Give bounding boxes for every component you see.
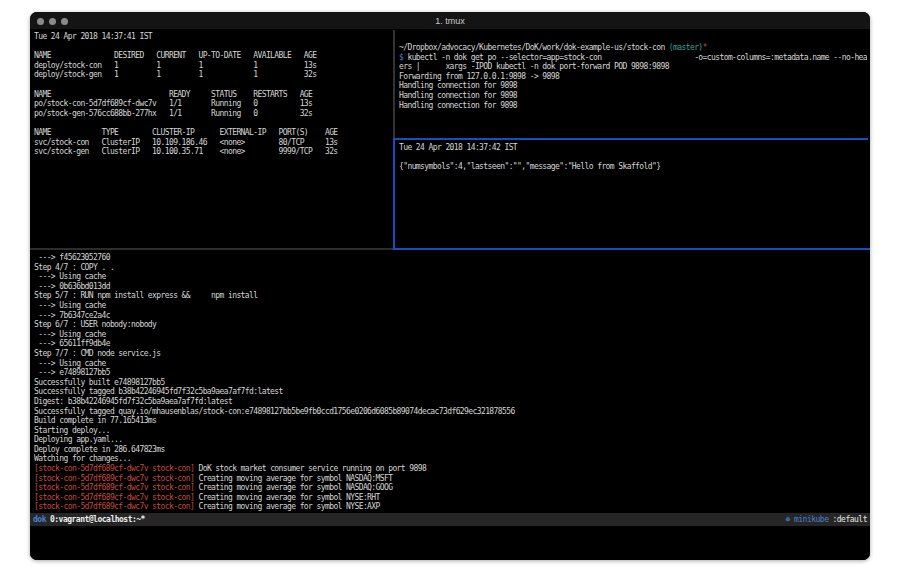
terminal-line: po/stock-gen-576cc688bb-277hx 1/1 Runnin… — [34, 109, 392, 119]
terminal-line: deploy/stock-con 1 1 1 1 13s — [34, 61, 392, 71]
terminal-line: ---> 65611ff9db4e — [34, 339, 866, 349]
pane-divider-right-horizontal[interactable] — [395, 138, 868, 140]
terminal-line: ---> 0b636bd013dd — [34, 282, 866, 292]
terminal-line: Tue 24 Apr 2018 14:37:42 IST — [399, 143, 867, 153]
terminal-line: Digest: b38b42246945fd7f32c5ba9aea7af7fd… — [34, 397, 866, 407]
terminal-line: ---> Using cache — [34, 301, 866, 311]
terminal-line: [stock-con-5d7df689cf-dwc7v stock-con] C… — [34, 474, 866, 484]
terminal-line: Successfully built e74898127bb5 — [34, 378, 866, 388]
terminal-line: Step 6/7 : USER nobody:nobody — [34, 320, 866, 330]
terminal-line: NAME READY STATUS RESTARTS AGE — [34, 90, 392, 100]
pane-divider-main-left[interactable] — [30, 248, 393, 250]
pane-divider-vertical-inactive[interactable] — [393, 30, 395, 138]
terminal-line: Forwarding from 127.0.0.1:9898 -> 9898 — [399, 72, 867, 82]
terminal-content: Tue 24 Apr 2018 14:37:41 IST NAME DESIRE… — [30, 30, 870, 560]
kube-namespace: :default — [832, 515, 867, 524]
terminal-line: NAME DESIRED CURRENT UP-TO-DATE AVAILABL… — [34, 51, 392, 61]
terminal-line: {"numsymbols":4,"lastseen":"","message":… — [399, 162, 867, 172]
pane-port-forward[interactable]: ~/Dropbox/advocacy/Kubernetes/DoK/work/d… — [399, 43, 867, 136]
terminal-line: ~/Dropbox/advocacy/Kubernetes/DoK/work/d… — [399, 43, 867, 53]
terminal-line: ers | xargs -IPOD kubectl -n dok port-fo… — [399, 62, 867, 72]
terminal-line: Successfully tagged quay.io/mhausenblas/… — [34, 407, 866, 417]
terminal-line: [stock-con-5d7df689cf-dwc7v stock-con] C… — [34, 502, 866, 511]
terminal-line: Successfully tagged b38b42246945fd7f32c5… — [34, 387, 866, 397]
pane-skaffold-response[interactable]: Tue 24 Apr 2018 14:37:42 IST {"numsymbol… — [399, 143, 867, 246]
title-bar[interactable]: 1. tmux — [30, 12, 870, 30]
terminal-line — [399, 153, 867, 163]
terminal-line: Handling connection for 9898 — [399, 81, 867, 91]
terminal-line: Deploying app.yaml... — [34, 435, 866, 445]
pane-kubectl-watch[interactable]: Tue 24 Apr 2018 14:37:41 IST NAME DESIRE… — [34, 32, 392, 246]
tmux-status-bar: dok 0:vagrant@localhost:~* ☸minikube:def… — [30, 513, 870, 526]
terminal-line: Starting deploy... — [34, 426, 866, 436]
status-left: dok 0:vagrant@localhost:~* — [33, 515, 145, 524]
terminal-line: deploy/stock-gen 1 1 1 1 32s — [34, 70, 392, 80]
terminal-window: 1. tmux Tue 24 Apr 2018 14:37:41 IST NAM… — [30, 12, 870, 560]
terminal-line: [stock-con-5d7df689cf-dwc7v stock-con] C… — [34, 483, 866, 493]
terminal-line: Handling connection for 9898 — [399, 101, 867, 111]
terminal-line: ---> 7b6347ce2a4c — [34, 311, 866, 321]
terminal-line: Step 7/7 : CMD node service.js — [34, 349, 866, 359]
terminal-line — [34, 118, 392, 128]
window-title: 1. tmux — [30, 16, 870, 26]
terminal-line: ---> f45623052760 — [34, 253, 866, 263]
terminal-line: ---> e74898127bb5 — [34, 368, 866, 378]
terminal-line: ---> Using cache — [34, 359, 866, 369]
pane-build-log[interactable]: ---> f45623052760Step 4/7 : COPY . . ---… — [34, 253, 866, 511]
minimize-icon[interactable] — [49, 18, 56, 25]
terminal-line: NAME TYPE CLUSTER-IP EXTERNAL-IP PORT(S)… — [34, 128, 392, 138]
terminal-line: svc/stock-gen ClusterIP 10.100.35.71 <no… — [34, 147, 392, 157]
terminal-line: Tue 24 Apr 2018 14:37:41 IST — [34, 32, 392, 42]
terminal-line: ---> Using cache — [34, 330, 866, 340]
terminal-line: Build complete in 77.165413ms — [34, 416, 866, 426]
terminal-line: Step 4/7 : COPY . . — [34, 263, 866, 273]
terminal-line: [stock-con-5d7df689cf-dwc7v stock-con] D… — [34, 464, 866, 474]
status-right: ☸minikube:default — [786, 515, 867, 524]
kube-context: minikube — [794, 515, 829, 524]
tmux-window-label[interactable]: 0:vagrant@localhost:~* — [50, 515, 145, 524]
traffic-lights — [37, 12, 68, 30]
kubernetes-helm-icon: ☸ — [786, 515, 790, 524]
terminal-line: Step 5/7 : RUN npm install express && np… — [34, 291, 866, 301]
pane-divider-vertical-active[interactable] — [393, 138, 395, 250]
terminal-line: $ kubectl -n dok get po --selector=app=s… — [399, 53, 867, 63]
tmux-session-name[interactable]: dok — [33, 515, 46, 524]
terminal-line: ---> Using cache — [34, 272, 866, 282]
pane-divider-main-right[interactable] — [393, 248, 870, 250]
terminal-line — [34, 42, 392, 52]
terminal-line: svc/stock-con ClusterIP 10.109.186.46 <n… — [34, 138, 392, 148]
terminal-line — [34, 80, 392, 90]
terminal-line: Handling connection for 9898 — [399, 91, 867, 101]
maximize-icon[interactable] — [61, 18, 68, 25]
close-icon[interactable] — [37, 18, 44, 25]
terminal-line: Deploy complete in 286.647823ms — [34, 445, 866, 455]
terminal-line: [stock-con-5d7df689cf-dwc7v stock-con] C… — [34, 493, 866, 503]
terminal-line: po/stock-con-5d7df689cf-dwc7v 1/1 Runnin… — [34, 99, 392, 109]
terminal-line: Watching for changes... — [34, 454, 866, 464]
